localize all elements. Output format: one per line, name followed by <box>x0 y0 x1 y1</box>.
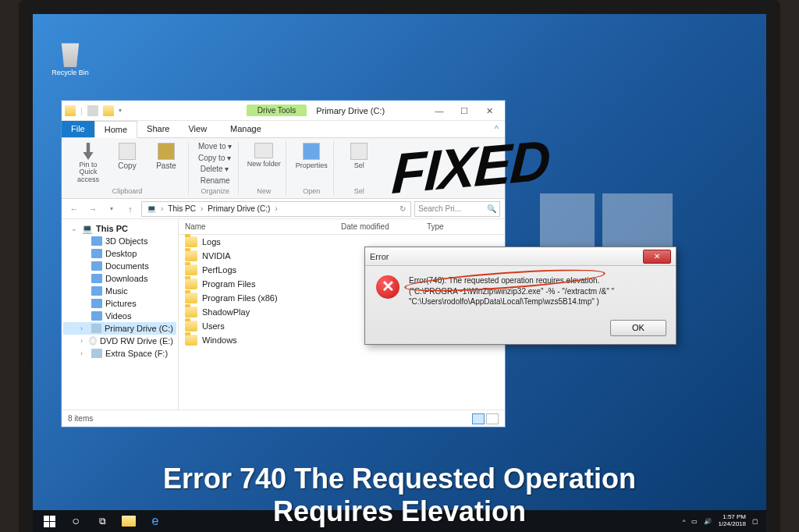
folder-icon <box>254 143 273 158</box>
window-title: Primary Drive (C:) <box>316 106 427 115</box>
pc-icon: 💻 <box>145 204 158 213</box>
tree-item[interactable]: Videos <box>63 310 176 322</box>
fixed-overlay-text: FIXED <box>390 128 551 206</box>
folder-icon <box>91 311 102 321</box>
tab-file[interactable]: File <box>62 121 94 137</box>
address-bar: ← → ▾ ↑ 💻 › This PC › Primary Drive (C:)… <box>62 199 505 219</box>
contextual-tab-label: Drive Tools <box>247 105 307 116</box>
column-headers[interactable]: Name Date modified Type <box>179 219 505 235</box>
minimize-button[interactable]: — <box>427 102 452 119</box>
copy-to-button[interactable]: Copy to ▾ <box>197 153 233 163</box>
breadcrumb[interactable]: 💻 › This PC › Primary Drive (C:) › ↻ <box>141 201 411 217</box>
tree-item[interactable]: Documents <box>63 260 176 272</box>
error-title: Error <box>370 252 643 261</box>
crumb-this-pc[interactable]: This PC <box>166 204 197 213</box>
tree-item[interactable]: Desktop <box>63 247 176 260</box>
properties-button[interactable]: Properties <box>294 141 328 169</box>
folder-icon <box>91 299 102 308</box>
error-message: Error(740): The requested operation requ… <box>409 275 614 307</box>
search-placeholder: Search Pri... <box>418 204 461 213</box>
monitor-screen: Recycle Bin | ▾ Drive Tools Primary Driv… <box>19 0 780 532</box>
tree-item[interactable]: Downloads <box>63 272 176 285</box>
view-large-button[interactable] <box>486 413 499 424</box>
tree-label: Pictures <box>105 299 137 308</box>
view-details-button[interactable] <box>472 413 485 424</box>
folder-name: NVIDIA <box>202 251 231 261</box>
ok-button[interactable]: OK <box>610 320 666 336</box>
select-button[interactable]: Sel <box>342 141 376 169</box>
qat-properties-icon[interactable] <box>87 105 98 116</box>
qat-dropdown-icon[interactable]: ▾ <box>119 107 122 114</box>
folder-icon <box>91 249 102 258</box>
crumb-drive[interactable]: Primary Drive (C:) <box>206 204 272 213</box>
folder-icon <box>185 321 197 332</box>
expand-icon[interactable]: › <box>80 337 86 345</box>
error-icon: ✕ <box>376 275 400 299</box>
tree-item[interactable]: ›Primary Drive (C:) <box>63 322 176 335</box>
ribbon-tabs: File Home Share View Manage ^ <box>62 121 505 138</box>
titlebar[interactable]: | ▾ Drive Tools Primary Drive (C:) — ☐ ✕ <box>62 101 505 121</box>
tab-home[interactable]: Home <box>94 121 137 138</box>
error-dialog: Error ✕ ✕ Error(740): The requested oper… <box>364 246 676 345</box>
pin-icon <box>80 143 97 160</box>
tree-label: Downloads <box>105 274 147 283</box>
search-input[interactable]: Search Pri... 🔍 <box>414 201 500 217</box>
tree-item[interactable]: 3D Objects <box>63 235 176 247</box>
folder-icon <box>91 274 102 283</box>
refresh-icon[interactable]: ↻ <box>398 204 407 213</box>
error-titlebar[interactable]: Error ✕ <box>365 247 676 266</box>
tree-item[interactable]: ›Extra Space (F:) <box>63 347 176 360</box>
group-open: Open <box>303 186 320 195</box>
folder-name: Program Files (x86) <box>202 293 278 303</box>
qat-folder-icon[interactable] <box>103 105 114 116</box>
recycle-bin-icon[interactable]: Recycle Bin <box>47 39 94 76</box>
tab-view[interactable]: View <box>179 121 216 137</box>
folder-icon <box>91 236 102 246</box>
up-button[interactable]: ↑ <box>123 201 138 217</box>
col-name[interactable]: Name <box>179 219 335 234</box>
group-organize: Organize <box>201 186 229 195</box>
move-to-button[interactable]: Move to ▾ <box>197 141 233 151</box>
tab-share[interactable]: Share <box>137 121 179 137</box>
drive-icon <box>91 349 102 358</box>
tree-label: Videos <box>105 311 131 321</box>
qat-separator: | <box>80 106 83 115</box>
forward-button[interactable]: → <box>85 201 101 217</box>
drive-icon <box>91 324 101 333</box>
caption-text: Error 740 The Requested Operation Requir… <box>0 463 799 527</box>
group-clipboard: Clipboard <box>112 186 143 195</box>
nav-tree[interactable]: ⌄💻This PC 3D ObjectsDesktopDocumentsDown… <box>62 219 179 410</box>
folder-icon <box>185 335 197 346</box>
copy-icon <box>119 143 136 160</box>
tree-item[interactable]: Pictures <box>63 297 176 310</box>
expand-icon[interactable]: › <box>80 349 88 357</box>
error-close-button[interactable]: ✕ <box>643 250 671 264</box>
tree-item[interactable]: ›DVD RW Drive (E:) <box>63 335 176 347</box>
expand-icon[interactable]: › <box>80 325 88 332</box>
tree-label: Primary Drive (C:) <box>105 324 173 333</box>
tree-this-pc[interactable]: ⌄💻This PC <box>63 222 176 235</box>
pin-button[interactable]: Pin to Quick access <box>71 141 105 183</box>
col-date[interactable]: Date modified <box>335 219 421 234</box>
close-button[interactable]: ✕ <box>477 102 502 119</box>
col-type[interactable]: Type <box>421 219 505 234</box>
tab-manage[interactable]: Manage <box>221 121 271 137</box>
delete-button[interactable]: Delete ▾ <box>199 164 231 174</box>
properties-icon <box>303 143 320 160</box>
folder-icon <box>185 236 197 247</box>
history-dropdown[interactable]: ▾ <box>104 201 119 217</box>
pc-icon: 💻 <box>82 224 93 233</box>
tree-label: 3D Objects <box>105 236 147 246</box>
paste-button[interactable]: Paste <box>149 141 183 170</box>
tree-label: Extra Space (F:) <box>105 349 168 358</box>
back-button[interactable]: ← <box>66 201 82 217</box>
maximize-button[interactable]: ☐ <box>452 102 477 119</box>
new-folder-button[interactable]: New folder <box>247 141 281 168</box>
rename-button[interactable]: Rename <box>199 176 232 186</box>
folder-icon <box>91 261 102 271</box>
folder-name: Program Files <box>202 279 255 289</box>
copy-button[interactable]: Copy <box>110 141 144 170</box>
tree-label: Desktop <box>105 249 137 258</box>
tree-item[interactable]: Music <box>63 285 176 297</box>
search-icon: 🔍 <box>487 204 496 213</box>
